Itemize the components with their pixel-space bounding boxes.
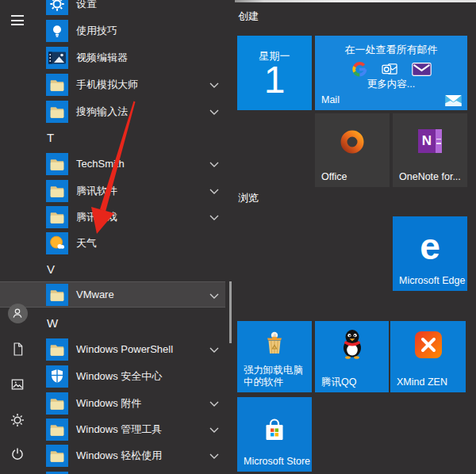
tile-label: OneNote for... [399, 171, 461, 183]
app-label: Windows 管理工具 [76, 422, 162, 437]
gear-icon [10, 412, 25, 428]
folder-icon [46, 206, 68, 228]
mail-envelope-icon [445, 95, 462, 106]
nav-rail [0, 0, 38, 474]
outlook-icon [381, 62, 399, 77]
chevron-down-icon[interactable] [209, 293, 219, 299]
trash-uninstall-icon [262, 330, 287, 357]
app-label: 设置 [76, 0, 97, 11]
user-account-button[interactable] [7, 303, 28, 323]
tile-mail[interactable]: 在一处查看所有邮件 [315, 36, 467, 110]
envelope-purple-icon [412, 63, 432, 76]
folder-icon [46, 392, 68, 415]
chevron-down-icon[interactable] [209, 162, 219, 167]
tile-label: Microsoft Edge [399, 275, 465, 287]
folder-icon [46, 445, 68, 467]
tile-onenote[interactable]: N OneNote for... [393, 113, 467, 187]
gear-icon [46, 0, 68, 15]
lightbulb-icon [46, 20, 68, 42]
tile-label: Office [321, 171, 347, 183]
tile-store[interactable]: Microsoft Store [237, 397, 312, 472]
tile-label: Mail [321, 94, 340, 106]
app-label: 腾讯游戏 [76, 210, 117, 224]
tile-label: XMind ZEN [397, 377, 447, 388]
tile-office[interactable]: Office [315, 113, 390, 187]
folder-icon [46, 472, 68, 474]
hamburger-menu-icon[interactable] [11, 15, 24, 25]
video-editor-icon [46, 47, 68, 69]
mail-headline: 在一处查看所有邮件 [315, 43, 467, 57]
tile-edge[interactable]: e Microsoft Edge [393, 216, 467, 291]
app-label: TechSmith [76, 158, 125, 170]
store-bag-icon [261, 418, 288, 443]
mail-more-text: 更多内容... [315, 78, 467, 91]
app-list-scrollbar[interactable] [229, 281, 232, 343]
pictures-button[interactable] [7, 374, 28, 395]
chevron-down-icon[interactable] [209, 453, 219, 459]
chevron-down-icon[interactable] [209, 189, 219, 194]
pictures-icon [10, 377, 25, 392]
tile-xmind[interactable]: XMind ZEN [390, 321, 466, 392]
documents-button[interactable] [7, 338, 28, 359]
app-label: Windows PowerShell [76, 343, 173, 355]
app-label: 视频编辑器 [76, 51, 128, 65]
chevron-down-icon[interactable] [209, 427, 219, 433]
app-label: VMware [76, 289, 114, 300]
folder-icon [46, 338, 68, 361]
avatar [8, 304, 28, 323]
folder-icon [46, 180, 68, 202]
tile-label: Microsoft Store [244, 456, 310, 468]
app-label: Windows 轻松使用 [76, 449, 162, 463]
app-label: 手机模拟大师 [76, 78, 138, 92]
app-label: 腾讯软件 [76, 184, 117, 198]
calendar-day: 1 [237, 59, 312, 101]
chevron-down-icon[interactable] [209, 215, 219, 220]
xmind-icon [415, 331, 442, 358]
app-label: 天气 [76, 236, 97, 250]
tile-qq[interactable]: 腾讯QQ [315, 321, 389, 392]
tile-group-header-browse[interactable]: 浏览 [238, 191, 259, 205]
tile-label: 腾讯QQ [321, 377, 356, 388]
folder-icon [46, 101, 68, 123]
power-button[interactable] [7, 444, 28, 464]
power-icon [10, 446, 25, 462]
tiles-area: 创建 星期一 1 在一处查看所有邮件 [235, 0, 476, 474]
weather-icon [46, 232, 68, 254]
tile-label: 强力卸载电脑中的软件 [244, 365, 312, 388]
start-menu: 设置 使用技巧 视频编辑器 [0, 0, 476, 474]
chevron-down-icon[interactable] [209, 347, 219, 353]
settings-button[interactable] [7, 410, 28, 430]
app-label: 使用技巧 [76, 24, 117, 38]
tile-group-header-create[interactable]: 创建 [238, 10, 259, 24]
tile-uninstaller[interactable]: 强力卸载电脑中的软件 [237, 321, 312, 392]
document-icon [10, 341, 25, 357]
chevron-down-icon[interactable] [209, 82, 219, 88]
folder-icon [46, 284, 68, 306]
office-icon [340, 129, 365, 155]
edge-icon: e [393, 223, 467, 270]
tile-calendar[interactable]: 星期一 1 [237, 36, 312, 110]
folder-icon [46, 74, 68, 96]
shield-icon [46, 365, 68, 388]
chevron-down-icon[interactable] [209, 401, 219, 407]
folder-icon [46, 153, 68, 175]
app-label: Windows 附件 [76, 396, 141, 411]
app-label: Windows 安全中心 [76, 369, 162, 384]
app-label: 搜狗输入法 [76, 105, 128, 119]
onenote-icon: N [418, 129, 442, 153]
google-icon [351, 61, 368, 78]
chevron-down-icon[interactable] [209, 109, 219, 115]
qq-penguin-icon [340, 328, 365, 360]
folder-icon [46, 419, 68, 441]
